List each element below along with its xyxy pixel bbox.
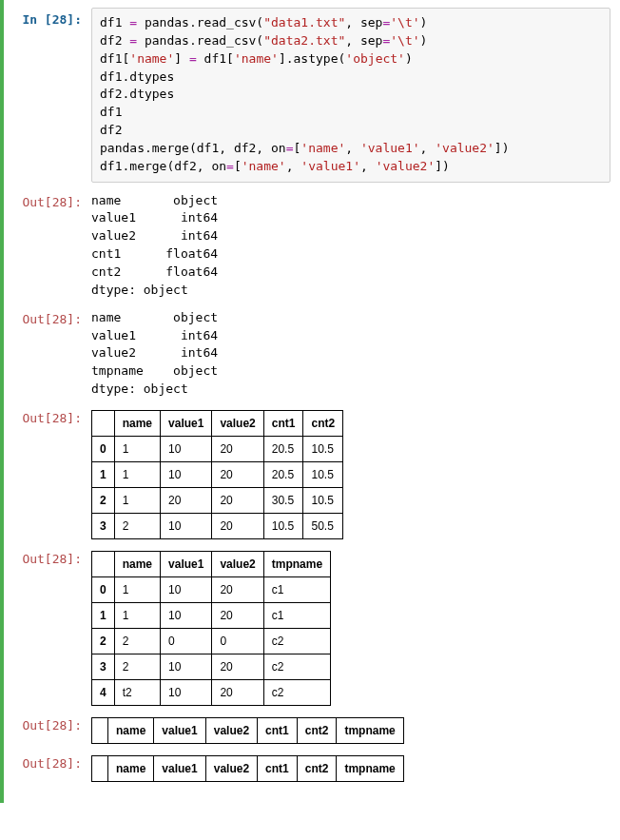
table-row: 32102010.550.5 <box>92 513 343 538</box>
table-cell: 1 <box>114 461 160 487</box>
table-cell: 2 <box>114 654 160 679</box>
table-cell: 2 <box>92 628 115 654</box>
table-cell: 1 <box>114 436 160 461</box>
table-cell: c1 <box>263 576 330 602</box>
output-cell-df1: Out[28]: namevalue1value2cnt1cnt20110202… <box>4 406 610 539</box>
output-cell-merge2: Out[28]: namevalue1value2cnt1cnt2tmpname <box>4 752 610 782</box>
table-header: name <box>114 551 160 576</box>
code-token: df1.dtypes <box>100 69 174 84</box>
table-cell: 10 <box>161 436 212 461</box>
code-token: df1.merge(df2, on <box>100 159 226 173</box>
table-cell: 2 <box>92 487 115 513</box>
code-token: df2 <box>100 123 122 137</box>
table-cell: 20 <box>212 487 263 513</box>
code-token: pandas.merge(df1, df2, on <box>100 141 286 155</box>
code-token: 'name' <box>242 159 286 173</box>
table-cell: 10 <box>161 513 212 538</box>
code-token: , sep <box>345 33 382 48</box>
table-cell: 1 <box>92 602 115 628</box>
code-token: df1 <box>100 105 122 119</box>
table-header: cnt1 <box>258 755 298 781</box>
table-row: 11102020.510.5 <box>92 461 343 487</box>
code-token: = <box>129 15 137 29</box>
table-cell: 20 <box>161 487 212 513</box>
dtypes-output-2: name object value1 int64 value2 int64 tm… <box>91 307 610 399</box>
table-header: tmpname <box>337 717 403 743</box>
output-prompt: Out[28]: <box>4 752 91 782</box>
table-header: value2 <box>212 551 263 576</box>
code-token: [ <box>234 159 242 173</box>
table-cell: 10 <box>161 576 212 602</box>
table-header: cnt2 <box>303 410 343 436</box>
code-token: = <box>226 159 234 173</box>
table-cell: 10 <box>161 461 212 487</box>
code-token: "data2.txt" <box>263 33 345 48</box>
table-header: cnt1 <box>258 717 298 743</box>
table-row: 2200c2 <box>92 628 331 654</box>
table-row: 21202030.510.5 <box>92 487 343 513</box>
table-cell: c1 <box>263 602 330 628</box>
table-cell: c2 <box>263 628 330 654</box>
code-token: 'object' <box>345 51 405 66</box>
table-cell: 20 <box>212 513 263 538</box>
code-token: ]) <box>435 159 450 173</box>
table-cell: 1 <box>114 602 160 628</box>
table-cell: c2 <box>263 654 330 679</box>
table-cell: 0 <box>212 628 263 654</box>
code-token: df1 <box>100 15 129 29</box>
output-prompt: Out[28]: <box>4 547 91 706</box>
input-cell: In [28]: df1 = pandas.read_csv("data1.tx… <box>4 8 610 183</box>
table-cell: c2 <box>263 679 330 705</box>
table-cell: 20.5 <box>263 461 303 487</box>
table-row: 011020c1 <box>92 576 331 602</box>
table-cell: 0 <box>92 436 115 461</box>
dataframe-table: namevalue1value2tmpname011020c1111020c12… <box>91 551 331 706</box>
table-header <box>92 410 115 436</box>
code-token: ] <box>174 51 189 66</box>
output-cell-dtypes2: Out[28]: name object value1 int64 value2… <box>4 307 610 399</box>
table-row: 4t21020c2 <box>92 679 331 705</box>
code-token: , sep <box>345 15 382 29</box>
table-cell: 3 <box>92 513 115 538</box>
code-token: df2.dtypes <box>100 87 174 101</box>
table-cell: 20 <box>212 602 263 628</box>
table-header: name <box>114 410 160 436</box>
code-token: ].astype( <box>279 51 345 66</box>
table-cell: 20 <box>212 576 263 602</box>
code-token: pandas.read_csv( <box>137 33 263 48</box>
table-cell: 20 <box>212 654 263 679</box>
code-token: 'name' <box>234 51 279 66</box>
code-token: ) <box>420 33 428 48</box>
table-cell: 10.5 <box>303 461 343 487</box>
table-cell: 0 <box>92 576 115 602</box>
table-cell: 0 <box>161 628 212 654</box>
code-token: = <box>189 51 197 66</box>
code-token: = <box>129 33 137 48</box>
table-header: value1 <box>154 717 205 743</box>
dataframe-table: namevalue1value2cnt1cnt2tmpname <box>91 717 404 744</box>
code-token: 'value2' <box>435 141 494 155</box>
code-token: ) <box>420 15 428 29</box>
code-token: 'value2' <box>376 159 436 173</box>
code-token: '\t' <box>390 15 419 29</box>
table-header <box>92 717 108 743</box>
table-cell: 10 <box>161 602 212 628</box>
code-input-area[interactable]: df1 = pandas.read_csv("data1.txt", sep='… <box>91 8 610 183</box>
code-token: 'name' <box>129 51 174 66</box>
table-cell: 1 <box>92 461 115 487</box>
output-prompt: Out[28]: <box>4 307 91 399</box>
code-token: df1[ <box>197 51 234 66</box>
table-cell: 1 <box>114 576 160 602</box>
table-header <box>92 551 115 576</box>
table-cell: 20 <box>212 436 263 461</box>
table-header: value2 <box>205 717 257 743</box>
table-header: name <box>108 755 154 781</box>
table-cell: 10.5 <box>303 487 343 513</box>
code-token: = <box>286 141 294 155</box>
table-row: 321020c2 <box>92 654 331 679</box>
table-cell: 3 <box>92 654 115 679</box>
table-header: value1 <box>161 551 212 576</box>
table-header <box>92 755 108 781</box>
table-header: name <box>108 717 154 743</box>
table-cell: 10 <box>161 654 212 679</box>
